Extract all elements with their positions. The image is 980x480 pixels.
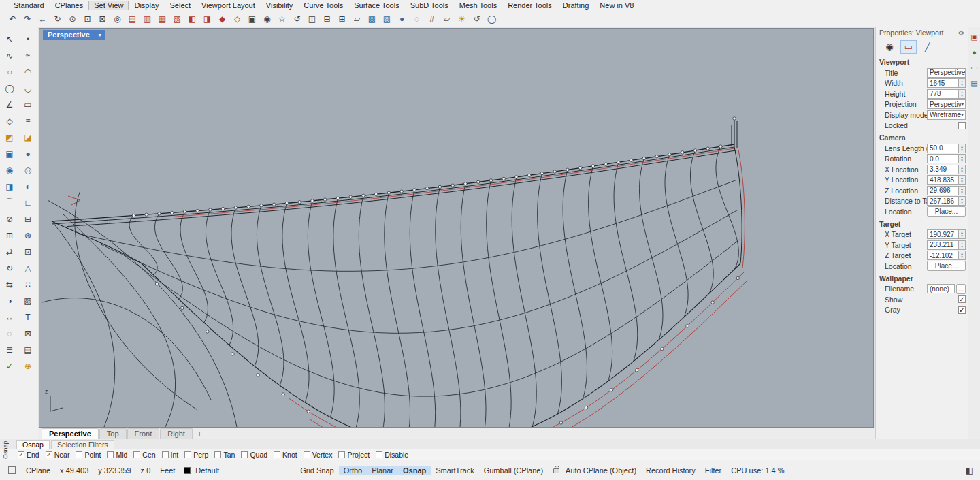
rotation-input[interactable]: 0.0 (927, 154, 959, 163)
display-shaded-icon[interactable]: ▨ (380, 12, 394, 26)
dimension-icon[interactable]: ↔ (1, 309, 18, 325)
menu-item-display[interactable]: Display (129, 1, 164, 10)
spinner-down-icon[interactable]: ▾ (961, 234, 963, 238)
layer-tools-icon[interactable]: ≣ (1, 342, 18, 357)
osnap-disable-checkbox[interactable] (376, 451, 382, 458)
undo-view-icon[interactable]: ↶ (5, 12, 20, 26)
hatch-icon[interactable]: ▨ (20, 293, 36, 308)
osnap-option-cen[interactable]: Cen (133, 451, 155, 459)
osnap-option-int[interactable]: Int (162, 451, 179, 459)
status-record-history[interactable]: Record History (641, 466, 700, 475)
gumball-toggle-icon[interactable]: ⊕ (20, 358, 36, 374)
mirror-icon[interactable]: ⇆ (1, 276, 18, 292)
projection-input[interactable]: Perspectiv▾ (927, 99, 966, 109)
chamfer-icon[interactable]: ∟ (20, 195, 36, 210)
osnap-int-checkbox[interactable] (162, 451, 169, 458)
osnap-option-vertex[interactable]: Vertex (304, 451, 333, 459)
gray-checkbox[interactable]: ✓ (958, 306, 966, 314)
status-planar[interactable]: Planar (367, 466, 398, 475)
status-gumball-cplane[interactable]: Gumball (CPlane) (479, 466, 548, 475)
viewport-canvas[interactable]: z Perspective ▾ (39, 28, 874, 428)
status-filter[interactable]: Filter (700, 466, 726, 475)
distance-to-ta-input[interactable]: 267.186 (927, 196, 959, 206)
cylinder-icon[interactable]: ◉ (1, 162, 18, 178)
set-view-top-icon[interactable]: ▤ (125, 12, 140, 26)
ellipse-icon[interactable]: ◯ (1, 80, 18, 96)
osnap-option-point[interactable]: Point (76, 451, 101, 459)
osnap-option-quad[interactable]: Quad (241, 451, 267, 459)
full-circle-view-icon[interactable]: ◯ (485, 12, 499, 26)
explode-icon[interactable]: ⊛ (20, 227, 36, 243)
display-mode-input[interactable]: Wireframe▾ (927, 110, 966, 120)
status-auto-cplane-object[interactable]: Auto CPlane (Object) (561, 466, 641, 475)
menu-item-visibility[interactable]: Visibility (261, 1, 299, 10)
interpolate-curve-icon[interactable]: ≈ (20, 48, 36, 63)
osnap-option-near[interactable]: ✓Near (46, 451, 70, 459)
set-view-right-icon[interactable]: ◨ (200, 12, 214, 26)
menu-item-new-in-v8[interactable]: New in V8 (594, 1, 639, 10)
height-input[interactable]: 778 (927, 89, 959, 99)
osnap-option-end[interactable]: ✓End (18, 451, 39, 459)
spinner-z-location[interactable]: ▴▾ (959, 186, 966, 195)
osnap-vertex-checkbox[interactable] (304, 451, 310, 458)
osnap-tab-osnap[interactable]: Osnap (16, 440, 50, 449)
fillet-icon[interactable]: ⌒ (1, 195, 18, 210)
viewport-tab-perspective[interactable]: Perspective (42, 428, 99, 439)
display-ghosted-icon[interactable]: ◌ (410, 12, 424, 26)
osnap-point-checkbox[interactable] (76, 451, 82, 458)
spinner-lens-length[interactable]: ▴▾ (959, 144, 966, 153)
zoom-extents-icon[interactable]: ⊠ (95, 12, 110, 26)
walkabout-icon[interactable]: ☆ (275, 12, 289, 26)
viewport-title[interactable]: Perspective (43, 30, 95, 40)
polygon-icon[interactable]: ◇ (1, 113, 18, 129)
spinner-height[interactable]: ▴▾ (959, 89, 966, 99)
spinner-down-icon[interactable]: ▾ (961, 191, 963, 194)
curve-boolean-icon[interactable]: ◑ (1, 293, 18, 308)
copy-icon[interactable]: ⊡ (20, 244, 36, 259)
display-rendered-icon[interactable]: ● (395, 12, 409, 26)
status-grid-snap[interactable]: Grid Snap (295, 466, 339, 475)
menu-item-viewport-layout[interactable]: Viewport Layout (196, 1, 261, 10)
locked-checkbox[interactable] (958, 122, 966, 129)
viewport-title-dropdown-icon[interactable]: ▾ (95, 30, 105, 40)
array-icon[interactable]: ∷ (20, 276, 36, 292)
split-vertical-icon[interactable]: ⊞ (335, 12, 349, 26)
zoom-dynamic-icon[interactable]: ⊙ (65, 12, 80, 26)
viewport-properties-tab[interactable]: ▭ (900, 40, 917, 54)
menu-item-subd-tools[interactable]: SubD Tools (405, 1, 454, 10)
spinner-y-location[interactable]: ▴▾ (959, 175, 966, 185)
object-properties-tab[interactable]: ◉ (881, 40, 898, 54)
spinner-x-target[interactable]: ▴▾ (959, 229, 966, 239)
status-smarttrack[interactable]: SmartTrack (431, 466, 478, 475)
rotate-view-icon[interactable]: ↻ (50, 12, 65, 26)
layer-color-swatch[interactable] (184, 467, 191, 474)
display-wireframe-icon[interactable]: ▩ (365, 12, 379, 26)
osnap-tan-checkbox[interactable] (214, 451, 221, 458)
loft-icon[interactable]: ◩ (1, 129, 18, 145)
panel-gear-icon[interactable]: ⚙ (958, 29, 964, 37)
set-view-perspective-icon[interactable]: ◆ (215, 12, 229, 26)
layer-panel-icon[interactable]: ▤ (970, 79, 977, 88)
status-default[interactable]: Default (191, 466, 224, 475)
spinner-down-icon[interactable]: ▾ (961, 148, 963, 152)
spinner-down-icon[interactable]: ▾ (961, 94, 963, 97)
menu-item-select[interactable]: Select (165, 1, 197, 10)
spin-view-icon[interactable]: ↺ (290, 12, 304, 26)
viewport-tab-top[interactable]: Top (99, 428, 127, 439)
show-checkbox[interactable]: ✓ (958, 295, 966, 303)
y-location-input[interactable]: 418.835 (927, 175, 959, 185)
osnap-option-tan[interactable]: Tan (214, 451, 235, 459)
cplane-icon[interactable]: ▱ (440, 12, 454, 26)
select-arrow-icon[interactable]: ↖ (1, 31, 18, 47)
new-viewport-tab-icon[interactable]: + (193, 430, 206, 439)
display-panel-icon[interactable]: ▭ (970, 63, 977, 72)
sun-icon[interactable]: ☀ (455, 12, 469, 26)
osnap-project-checkbox[interactable] (338, 451, 345, 458)
status-osnap[interactable]: Osnap (398, 466, 431, 475)
set-view-left-icon[interactable]: ◧ (185, 12, 199, 26)
osnap-near-checkbox[interactable]: ✓ (46, 451, 52, 458)
pan-view-icon[interactable]: ↔ (35, 12, 50, 26)
status-cplane[interactable]: CPlane (21, 466, 55, 475)
hide-object-icon[interactable]: ◌ (1, 325, 18, 341)
title-input[interactable]: Perspective (927, 68, 966, 78)
